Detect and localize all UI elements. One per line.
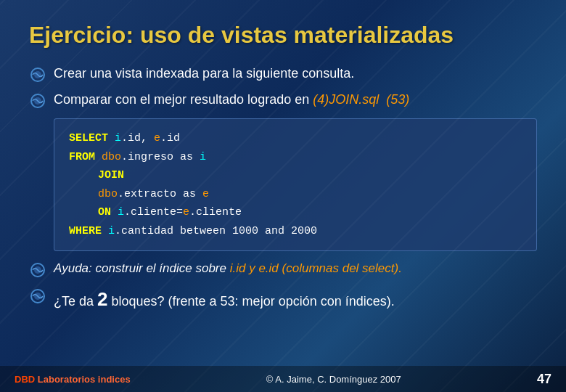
footer-page: 47 xyxy=(537,372,551,387)
col-cliente1: .cliente= xyxy=(124,206,183,219)
bullet-item-question: ¿Te da 2 bloques? (frente a 53: mejor op… xyxy=(29,286,537,312)
col-dbo1: dbo xyxy=(102,151,121,163)
col-cantidad: .cantidad between 1000 and 2000 xyxy=(115,225,317,237)
col-eid: .id xyxy=(160,132,180,144)
col-i4: i xyxy=(108,225,115,237)
code-line-2: FROM dbo.ingreso as i xyxy=(69,148,522,167)
bullet-2-text: Comparar con el mejor resultado logrado … xyxy=(54,91,409,109)
col-cliente2: .cliente xyxy=(189,206,242,219)
bullet-item-help: Ayuda: construir el índice sobre i.id y … xyxy=(29,260,537,279)
col-e2: e xyxy=(202,188,209,200)
col-e3: e xyxy=(183,206,189,219)
col-dbo2: dbo xyxy=(98,188,118,200)
col-i3: i xyxy=(118,206,124,219)
help-text: Ayuda: construir el índice sobre i.id y … xyxy=(54,260,402,277)
footer-left: DBD Laboratorios indices xyxy=(15,374,131,385)
col-i2: i xyxy=(200,151,206,163)
highlight-join-sql: (4)JOIN.sql (53) xyxy=(313,92,409,107)
footer-center: © A. Jaime, C. Domínguez 2007 xyxy=(266,374,401,385)
col-ingreso: .ingreso as xyxy=(121,151,200,163)
kw-select: SELECT xyxy=(69,132,108,144)
code-line-5: ON i.cliente=e.cliente xyxy=(98,203,522,222)
code-block: SELECT i.id, e.id FROM dbo.ingreso as i … xyxy=(54,118,537,251)
bullet-icon-2 xyxy=(29,92,46,110)
bullet-1-text: Crear una vista indexada para la siguien… xyxy=(54,65,354,83)
bullet-item-1: Crear una vista indexada para la siguien… xyxy=(29,65,537,83)
number-2: 2 xyxy=(97,288,107,310)
slide-title: Ejercicio: uso de vistas materializadas xyxy=(29,22,537,49)
bullet-icon-1 xyxy=(29,66,46,83)
col-i1: i xyxy=(115,132,121,144)
kw-join: JOIN xyxy=(98,169,124,181)
footer: DBD Laboratorios indices © A. Jaime, C. … xyxy=(0,366,566,392)
kw-where: WHERE xyxy=(69,225,102,237)
col-e1: e xyxy=(154,132,160,144)
question-text: ¿Te da 2 bloques? (frente a 53: mejor op… xyxy=(54,286,395,312)
bullet-icon-question xyxy=(29,287,46,305)
kw-from: FROM xyxy=(69,151,95,163)
code-line-4: dbo.extracto as e xyxy=(98,185,522,204)
footer-lab: Laboratorios indices xyxy=(35,374,130,385)
col-dot1: .id, xyxy=(121,132,154,144)
bullet-item-2: Comparar con el mejor resultado logrado … xyxy=(29,91,537,110)
kw-on: ON xyxy=(98,206,111,219)
bullet-icon-help xyxy=(29,261,46,279)
col-extracto: .extracto as xyxy=(118,188,202,200)
slide: Ejercicio: uso de vistas materializadas … xyxy=(0,0,566,392)
code-line-6: WHERE i.cantidad between 1000 and 2000 xyxy=(69,222,522,241)
footer-dbd: DBD xyxy=(15,374,35,385)
code-line-3: JOIN xyxy=(98,166,522,185)
help-highlight: i.id y e.id xyxy=(230,261,279,275)
code-line-1: SELECT i.id, e.id xyxy=(69,129,522,148)
help-columns: (columnas del select). xyxy=(282,261,402,275)
